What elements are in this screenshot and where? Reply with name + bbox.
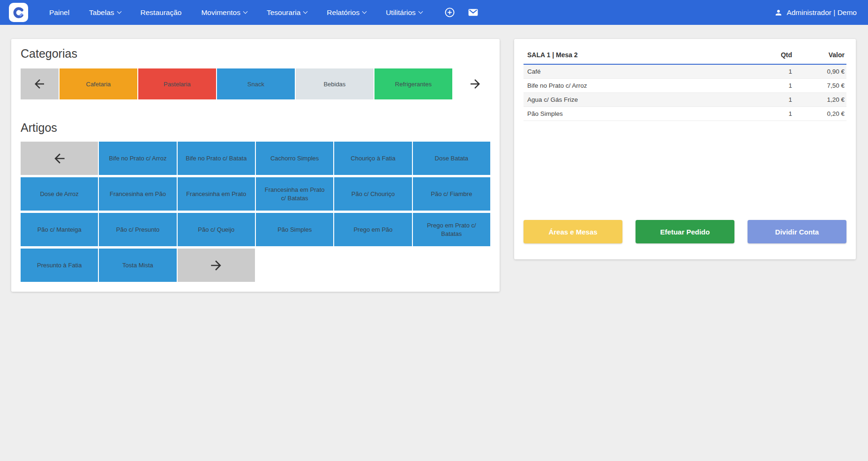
qty-column-header: Qtd	[749, 51, 792, 59]
category-button-refrigerantes[interactable]: Refrigerantes	[374, 68, 452, 99]
nav-item-restauracao[interactable]: Restauração	[131, 0, 192, 25]
order-item-qty: 1	[749, 110, 792, 117]
articles-grid: Bife no Prato c/ ArrozBife no Prato c/ B…	[21, 142, 490, 282]
category-button-bebidas[interactable]: Bebidas	[296, 68, 374, 99]
nav-item-label: Tesouraria	[267, 8, 300, 17]
mail-icon	[467, 7, 479, 18]
chevron-down-icon	[243, 9, 248, 14]
user-menu[interactable]: Administrador | Demo	[774, 8, 857, 17]
user-label: Administrador | Demo	[786, 8, 857, 17]
efetuar-pedido-button[interactable]: Efetuar Pedido	[636, 220, 734, 243]
nav-item-label: Utilitários	[386, 8, 416, 17]
order-item-name: Café	[527, 68, 749, 75]
nav-item-label: Movimentos	[201, 8, 240, 17]
nav-item-tesouraria[interactable]: Tesouraria	[257, 0, 317, 25]
article-button-prego-em-prato-c-batatas[interactable]: Prego em Prato c/ Batatas	[413, 213, 490, 246]
nav-menu: PainelTabelasRestauraçãoMovimentosTesour…	[39, 0, 432, 25]
dividir-conta-button[interactable]: Dividir Conta	[748, 220, 846, 243]
article-button-francesinha-em-prato-c-batatas[interactable]: Francesinha em Prato c/ Batatas	[256, 177, 333, 211]
categories-prev-button[interactable]	[21, 68, 59, 99]
chevron-down-icon	[117, 9, 121, 14]
nav-item-tabelas[interactable]: Tabelas	[79, 0, 130, 25]
article-button-cachorro-simples[interactable]: Cachorro Simples	[256, 142, 333, 175]
arrow-left-icon	[52, 151, 67, 166]
article-button-pao-c-manteiga[interactable]: Pão c/ Manteiga	[21, 213, 98, 246]
order-item-value: 7,50 €	[792, 82, 845, 89]
article-button-francesinha-em-pao[interactable]: Francesinha em Pão	[99, 177, 176, 211]
category-button-snack[interactable]: Snack	[217, 68, 295, 99]
order-row[interactable]: Café10,90 €	[524, 65, 846, 79]
order-actions: Áreas e MesasEfetuar PedidoDividir Conta	[524, 220, 846, 243]
nav-item-label: Relatórios	[327, 8, 359, 17]
order-item-value: 0,20 €	[792, 110, 845, 117]
categories-next-button[interactable]	[461, 68, 490, 99]
articles-title: Artigos	[21, 121, 490, 135]
arrow-right-icon	[209, 258, 224, 273]
chevron-down-icon	[418, 9, 423, 14]
add-circle-icon	[444, 7, 455, 18]
order-panel: SALA 1 | Mesa 2 Qtd Valor Café10,90 €Bif…	[514, 39, 856, 259]
arrow-right-icon	[468, 77, 482, 91]
article-button-pao-c-presunto[interactable]: Pão c/ Presunto	[99, 213, 176, 246]
nav-item-label: Painel	[49, 8, 69, 17]
order-item-qty: 1	[749, 82, 792, 89]
order-item-name: Agua c/ Gás Frize	[527, 96, 749, 103]
value-column-header: Valor	[792, 51, 845, 59]
category-button-cafetaria[interactable]: Cafetaria	[60, 68, 137, 99]
mail-button[interactable]	[467, 7, 479, 18]
articles-next-button[interactable]	[178, 249, 255, 282]
article-button-prego-em-pao[interactable]: Prego em Pão	[334, 213, 412, 246]
order-row[interactable]: Pão Simples10,20 €	[524, 107, 846, 121]
article-button-pao-c-fiambre[interactable]: Pão c/ Fiambre	[413, 177, 490, 211]
order-table-title: SALA 1 | Mesa 2	[527, 51, 749, 59]
nav-item-utilitarios[interactable]: Utilitários	[376, 0, 432, 25]
articles-prev-button[interactable]	[21, 142, 98, 175]
chevron-down-icon	[303, 9, 308, 14]
article-button-tosta-mista[interactable]: Tosta Mista	[99, 249, 176, 282]
nav-item-label: Tabelas	[89, 8, 114, 17]
person-icon	[774, 8, 783, 17]
chevron-down-icon	[362, 9, 367, 14]
order-item-name: Pão Simples	[527, 110, 749, 117]
catalog-panel: Categorias CafetariaPastelariaSnackBebid…	[11, 39, 500, 292]
order-row[interactable]: Agua c/ Gás Frize11,20 €	[524, 93, 846, 107]
categories-row: CafetariaPastelariaSnackBebidasRefrigera…	[21, 68, 490, 99]
arrow-left-icon	[32, 77, 46, 91]
order-item-qty: 1	[749, 96, 792, 103]
order-rows: Café10,90 €Bife no Prato c/ Arroz17,50 €…	[524, 65, 846, 121]
brand-logo[interactable]	[9, 3, 28, 22]
g-logo-icon	[12, 6, 26, 20]
article-button-pao-c-chourico[interactable]: Pão c/ Chouriço	[334, 177, 412, 211]
nav-item-relatorios[interactable]: Relatórios	[317, 0, 376, 25]
article-button-pao-simples[interactable]: Pão Simples	[256, 213, 333, 246]
order-item-name: Bife no Prato c/ Arroz	[527, 82, 749, 89]
category-buttons: CafetariaPastelariaSnackBebidasRefrigera…	[60, 68, 452, 99]
article-button-dose-batata[interactable]: Dose Batata	[413, 142, 490, 175]
article-button-bife-no-prato-c-arroz[interactable]: Bife no Prato c/ Arroz	[99, 142, 176, 175]
article-button-chourico-a-fatia[interactable]: Chouriço à Fatia	[334, 142, 412, 175]
article-button-francesinha-em-prato[interactable]: Francesinha em Prato	[178, 177, 255, 211]
categories-title: Categorias	[21, 47, 490, 60]
article-button-dose-de-arroz[interactable]: Dose de Arroz	[21, 177, 98, 211]
category-button-pastelaria[interactable]: Pastelaria	[138, 68, 216, 99]
order-row[interactable]: Bife no Prato c/ Arroz17,50 €	[524, 79, 846, 93]
nav-item-label: Restauração	[141, 8, 182, 17]
order-table-header: SALA 1 | Mesa 2 Qtd Valor	[524, 48, 846, 65]
article-button-presunto-a-fatia[interactable]: Presunto à Fatia	[21, 249, 98, 282]
order-item-value: 1,20 €	[792, 96, 845, 103]
add-circle-button[interactable]	[444, 7, 455, 18]
order-item-qty: 1	[749, 68, 792, 75]
areas-e-mesas-button[interactable]: Áreas e Mesas	[524, 220, 622, 243]
nav-item-movimentos[interactable]: Movimentos	[191, 0, 257, 25]
main-content: Categorias CafetariaPastelariaSnackBebid…	[0, 25, 868, 292]
navbar: PainelTabelasRestauraçãoMovimentosTesour…	[0, 0, 868, 25]
order-item-value: 0,90 €	[792, 68, 845, 75]
article-button-bife-no-prato-c-batata[interactable]: Bife no Prato c/ Batata	[178, 142, 255, 175]
article-button-pao-c-queijo[interactable]: Pão c/ Queijo	[178, 213, 255, 246]
nav-item-painel[interactable]: Painel	[39, 0, 79, 25]
